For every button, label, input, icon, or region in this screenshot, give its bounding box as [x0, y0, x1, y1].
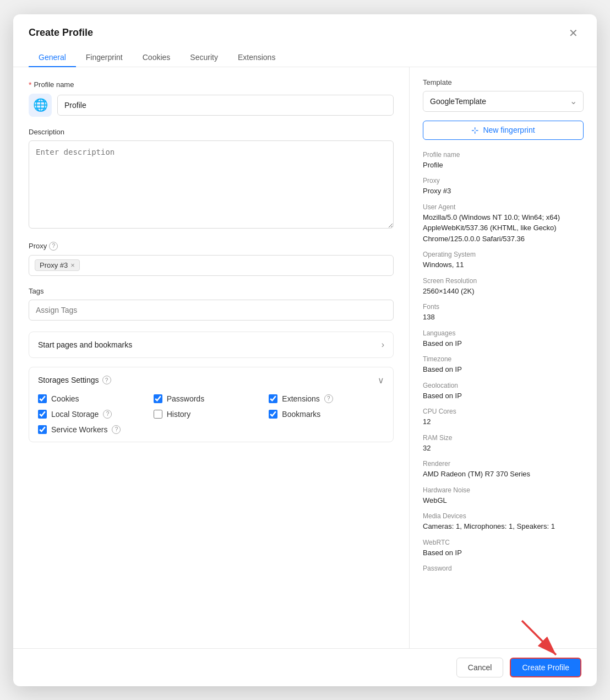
local-storage-help-icon[interactable]: ?	[103, 410, 112, 419]
avatar-icon[interactable]: 🌐	[29, 94, 52, 117]
fp-field-label: Timezone	[423, 355, 584, 363]
create-profile-button[interactable]: Create Profile	[510, 658, 581, 677]
fp-field-value: WebGL	[423, 495, 584, 506]
fp-field-value: Based on IP	[423, 338, 584, 349]
modal-title: Create Profile	[29, 27, 93, 39]
checkbox-extensions-input[interactable]	[269, 394, 277, 403]
checkbox-local-storage[interactable]: Local Storage ?	[38, 410, 154, 419]
fp-field-label: Profile name	[423, 151, 584, 159]
fp-field-label: Renderer	[423, 460, 584, 468]
checkbox-grid: Cookies Passwords Extensions ? Local	[38, 394, 384, 434]
description-input[interactable]	[29, 140, 394, 229]
fingerprint-fields: Profile nameProfileProxyProxy #3User Age…	[423, 151, 584, 573]
checkbox-bookmarks-input[interactable]	[269, 410, 277, 419]
storage-header: Storages Settings ? ∨	[38, 375, 384, 386]
modal-body: * Profile name 🌐 Description Proxy	[13, 67, 597, 648]
tab-general[interactable]: General	[29, 48, 76, 67]
fp-field-value: Mozilla/5.0 (Windows NT 10.0; Win64; x64…	[423, 212, 584, 245]
modal-header: Create Profile ✕ General Fingerprint Coo…	[13, 14, 597, 67]
proxy-tag-input[interactable]: Proxy #3 ×	[29, 255, 394, 276]
fp-field-value: Windows, 11	[423, 259, 584, 270]
fp-field-label: Geolocation	[423, 382, 584, 389]
tags-group: Tags	[29, 287, 394, 321]
checkbox-local-storage-input[interactable]	[38, 410, 47, 419]
fp-field-value: Proxy #3	[423, 186, 584, 197]
fp-field-value: Based on IP	[423, 364, 584, 375]
fp-field-label: WebRTC	[423, 539, 584, 546]
checkbox-passwords-input[interactable]	[154, 394, 162, 403]
extensions-help-icon[interactable]: ?	[324, 394, 333, 403]
profile-name-row: 🌐	[29, 94, 394, 117]
fp-field-label: Operating System	[423, 251, 584, 258]
fingerprint-icon: ⊹	[471, 125, 478, 135]
fp-field-label: Hardware Noise	[423, 486, 584, 494]
modal-footer: Cancel Create Profile	[13, 648, 597, 686]
template-label: Template	[423, 78, 584, 86]
storage-chevron-down-icon[interactable]: ∨	[378, 375, 384, 386]
checkbox-extensions[interactable]: Extensions ?	[269, 394, 384, 403]
proxy-group: Proxy ? Proxy #3 ×	[29, 242, 394, 276]
right-panel: Template GoogleTemplate ⊹ New fingerprin…	[410, 67, 597, 648]
fp-field-value: Cameras: 1, Microphones: 1, Speakers: 1	[423, 521, 584, 532]
profile-name-label: * Profile name	[29, 80, 394, 89]
checkbox-history-input[interactable]	[154, 410, 162, 419]
start-pages-label: Start pages and bookmarks	[38, 340, 132, 349]
profile-name-group: * Profile name 🌐	[29, 80, 394, 117]
fp-field-label: RAM Size	[423, 434, 584, 442]
tags-input[interactable]	[29, 300, 394, 321]
description-label: Description	[29, 128, 394, 136]
proxy-tag-remove[interactable]: ×	[70, 262, 75, 269]
proxy-tag: Proxy #3 ×	[35, 259, 80, 271]
checkbox-history[interactable]: History	[154, 410, 269, 419]
fp-field-value: 32	[423, 443, 584, 454]
fp-field-value: 2560×1440 (2K)	[423, 286, 584, 297]
tab-fingerprint[interactable]: Fingerprint	[76, 48, 133, 67]
fp-field-label: Screen Resolution	[423, 277, 584, 285]
fp-field-label: CPU Cores	[423, 408, 584, 415]
checkbox-bookmarks[interactable]: Bookmarks	[269, 410, 384, 419]
fp-field-value: AMD Radeon (TM) R7 370 Series	[423, 469, 584, 480]
close-button[interactable]: ✕	[565, 26, 581, 40]
checkbox-service-workers-input[interactable]	[38, 425, 47, 434]
new-fingerprint-button[interactable]: ⊹ New fingerprint	[423, 121, 584, 140]
required-star: *	[29, 80, 31, 89]
fp-field-label: Languages	[423, 329, 584, 337]
proxy-label: Proxy ?	[29, 242, 394, 251]
template-select[interactable]: GoogleTemplate	[423, 91, 584, 112]
checkbox-service-workers[interactable]: Service Workers ?	[38, 425, 154, 434]
fp-field-label: Fonts	[423, 303, 584, 311]
profile-name-input[interactable]	[57, 95, 394, 116]
proxy-help-icon[interactable]: ?	[49, 242, 58, 251]
checkbox-cookies[interactable]: Cookies	[38, 394, 154, 403]
left-panel: * Profile name 🌐 Description Proxy	[13, 67, 410, 648]
storage-title: Storages Settings ?	[38, 376, 111, 384]
fp-field-label: Password	[423, 565, 584, 572]
fp-field-value: Based on IP	[423, 547, 584, 558]
fp-field-value: 138	[423, 312, 584, 323]
checkbox-passwords[interactable]: Passwords	[154, 394, 269, 403]
checkbox-cookies-input[interactable]	[38, 394, 47, 403]
fp-field-value: Based on IP	[423, 390, 584, 401]
cancel-button[interactable]: Cancel	[456, 658, 504, 677]
fp-field-value: Profile	[423, 160, 584, 171]
tab-bar: General Fingerprint Cookies Security Ext…	[29, 48, 581, 67]
description-group: Description	[29, 128, 394, 231]
fp-field-value: 12	[423, 416, 584, 427]
fp-field-label: Proxy	[423, 177, 584, 185]
fp-field-label: Media Devices	[423, 512, 584, 520]
fp-field-label: User Agent	[423, 203, 584, 211]
tags-label: Tags	[29, 287, 394, 295]
chevron-right-icon: ›	[382, 340, 384, 350]
create-profile-modal: Create Profile ✕ General Fingerprint Coo…	[13, 14, 597, 686]
template-select-wrapper: GoogleTemplate	[423, 91, 584, 112]
tab-extensions[interactable]: Extensions	[228, 48, 285, 67]
start-pages-row[interactable]: Start pages and bookmarks ›	[29, 332, 394, 358]
tab-cookies[interactable]: Cookies	[133, 48, 181, 67]
tab-security[interactable]: Security	[180, 48, 228, 67]
storage-settings-section: Storages Settings ? ∨ Cookies Passwords	[29, 367, 394, 442]
service-workers-help-icon[interactable]: ?	[112, 425, 121, 434]
storage-help-icon[interactable]: ?	[102, 376, 111, 384]
